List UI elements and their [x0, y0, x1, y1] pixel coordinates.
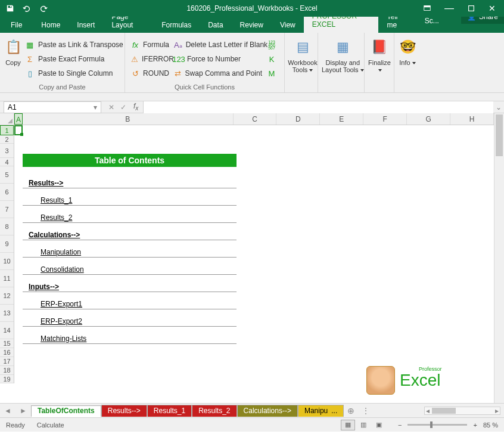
row-header-11[interactable]: 11: [0, 270, 14, 287]
iferror-btn[interactable]: ⚠IFERROR: [129, 52, 172, 66]
sheet-tab-manipulation[interactable]: Manipu...: [298, 405, 344, 417]
accept-formula-icon[interactable]: ✓: [120, 103, 126, 111]
expand-formula-bar[interactable]: ⌄: [493, 103, 504, 111]
sheet-tab-results1[interactable]: Results_1: [147, 405, 192, 417]
m-btn[interactable]: M: [265, 66, 280, 80]
link-erp-export2[interactable]: ERP-Export2: [41, 317, 82, 326]
row-header-12[interactable]: 12: [0, 287, 14, 305]
rule: [23, 257, 237, 258]
workbook-tools[interactable]: ▤ Workbook Tools: [288, 35, 317, 89]
horizontal-scrollbar[interactable]: ◂ ▸: [424, 407, 500, 415]
add-sheet-button[interactable]: ⊕: [344, 406, 358, 416]
col-header-E[interactable]: E: [320, 113, 363, 125]
row-header-1[interactable]: 1: [0, 125, 14, 135]
formula-btn[interactable]: fxFormula: [129, 38, 172, 52]
sheet-tab-results2[interactable]: Results_2: [192, 405, 237, 417]
zoom-out[interactable]: −: [398, 421, 402, 429]
cells-area[interactable]: Table of Contents Results--> Results_1 R…: [14, 125, 494, 403]
col-header-B[interactable]: B: [23, 113, 234, 125]
rule: [23, 205, 237, 206]
col-header-C[interactable]: C: [234, 113, 277, 125]
home-tab[interactable]: Home: [33, 17, 69, 33]
select-all-corner[interactable]: [0, 113, 14, 125]
fx-icon[interactable]: fx: [133, 102, 143, 111]
vertical-scrollbar[interactable]: [494, 113, 504, 403]
paste-link-transpose[interactable]: ▦Paste as Link & Transpose: [23, 38, 126, 52]
row-header-8[interactable]: 8: [0, 218, 14, 235]
link-results-2[interactable]: Results_2: [41, 213, 72, 222]
data-tab[interactable]: Data: [200, 17, 231, 33]
tab-strip-divider[interactable]: ⋮: [358, 407, 374, 415]
maximize-icon[interactable]: [467, 4, 475, 13]
review-tab[interactable]: Review: [232, 17, 272, 33]
column-headers[interactable]: ABCDEFGH: [14, 113, 494, 125]
sheet-tab-results[interactable]: Results-->: [101, 405, 147, 417]
delete-last-letter[interactable]: AₐDelete Last Letter if Blank: [172, 38, 265, 52]
zoom-level[interactable]: 85 %: [483, 421, 498, 429]
paste-single-column[interactable]: ▯Paste to Single Column: [23, 66, 126, 80]
num-format-btn[interactable]: 123 456 567: [265, 38, 280, 52]
undo-icon[interactable]: [23, 4, 31, 13]
row-header-7[interactable]: 7: [0, 201, 14, 218]
active-cell[interactable]: [14, 125, 23, 135]
link-erp-export1[interactable]: ERP-Export1: [41, 300, 82, 308]
zoom-control[interactable]: − + 85 %: [398, 421, 498, 429]
row-header-10[interactable]: 10: [0, 253, 14, 270]
formula-input[interactable]: [143, 101, 493, 113]
col-header-G[interactable]: G: [407, 113, 450, 125]
row-header-9[interactable]: 9: [0, 235, 14, 253]
name-box[interactable]: A1▾: [4, 101, 101, 113]
redo-icon[interactable]: [39, 4, 48, 13]
tab-nav-prev[interactable]: ◄: [0, 407, 15, 415]
view-tab[interactable]: View: [272, 17, 304, 33]
row-header-18[interactable]: 18: [0, 366, 14, 375]
row-header-13[interactable]: 13: [0, 305, 14, 322]
cancel-formula-icon[interactable]: ✕: [108, 103, 114, 111]
info-btn[interactable]: 🤓 Info: [398, 35, 417, 89]
zoom-in[interactable]: +: [473, 421, 477, 429]
force-to-number[interactable]: 123Force to Number: [172, 52, 265, 66]
swap-comma-point[interactable]: ⇄Swap Comma and Point: [172, 66, 265, 80]
row-header-14[interactable]: 14: [0, 322, 14, 339]
ribbon-display-icon[interactable]: [423, 4, 431, 13]
zoom-slider[interactable]: [407, 424, 467, 426]
link-matching-lists[interactable]: Matching-Lists: [41, 334, 86, 343]
sheet-tab-calculations[interactable]: Calculations-->: [237, 405, 298, 417]
row-header-16[interactable]: 16: [0, 348, 14, 357]
insert-tab[interactable]: Insert: [69, 17, 103, 33]
link-results-1[interactable]: Results_1: [41, 196, 72, 204]
k-btn[interactable]: K: [265, 52, 280, 66]
row-header-4[interactable]: 4: [0, 158, 14, 166]
page-break-view-btn[interactable]: ▣: [372, 420, 386, 430]
row-header-17[interactable]: 17: [0, 357, 14, 366]
file-tab[interactable]: File: [0, 17, 33, 33]
paste-exact-formula[interactable]: ΣPaste Exact Formula: [23, 52, 126, 66]
col-header-D[interactable]: D: [276, 113, 320, 125]
col-header-A[interactable]: A: [14, 113, 23, 125]
col-header-H[interactable]: H: [450, 113, 494, 125]
row-header-5[interactable]: 5: [0, 166, 14, 184]
row-headers[interactable]: 12345678910111213141516171819: [0, 125, 14, 383]
round-btn[interactable]: ↺ROUND: [129, 66, 172, 80]
row-header-2[interactable]: 2: [0, 135, 14, 144]
minimize-icon[interactable]: —: [444, 3, 454, 14]
row-header-19[interactable]: 19: [0, 375, 14, 383]
row-header-15[interactable]: 15: [0, 339, 14, 348]
normal-view-btn[interactable]: ▦: [341, 420, 355, 430]
page-layout-view-btn[interactable]: ▥: [356, 420, 371, 430]
save-icon[interactable]: [6, 4, 14, 13]
sheet-tab-toc[interactable]: TableOfContents: [31, 405, 101, 417]
finalize-btn[interactable]: 📕 Finalize: [368, 35, 391, 89]
copy-button[interactable]: 📋 Copy: [4, 35, 23, 82]
group-copy-paste: Copy and Paste: [4, 82, 121, 92]
display-layout-tools[interactable]: ▦ Display and Layout Tools: [322, 35, 364, 89]
row-header-6[interactable]: 6: [0, 184, 14, 201]
title-bar: 160206_Professional_Workbooks - Excel — …: [0, 0, 504, 17]
link-consolidation[interactable]: Consolidation: [41, 265, 84, 274]
row-header-3[interactable]: 3: [0, 144, 14, 158]
formulas-tab[interactable]: Formulas: [153, 17, 200, 33]
col-header-F[interactable]: F: [363, 113, 407, 125]
close-icon[interactable]: ✕: [489, 4, 496, 13]
link-manipulation[interactable]: Manipulation: [41, 248, 81, 256]
tab-nav-next[interactable]: ►: [15, 407, 31, 415]
